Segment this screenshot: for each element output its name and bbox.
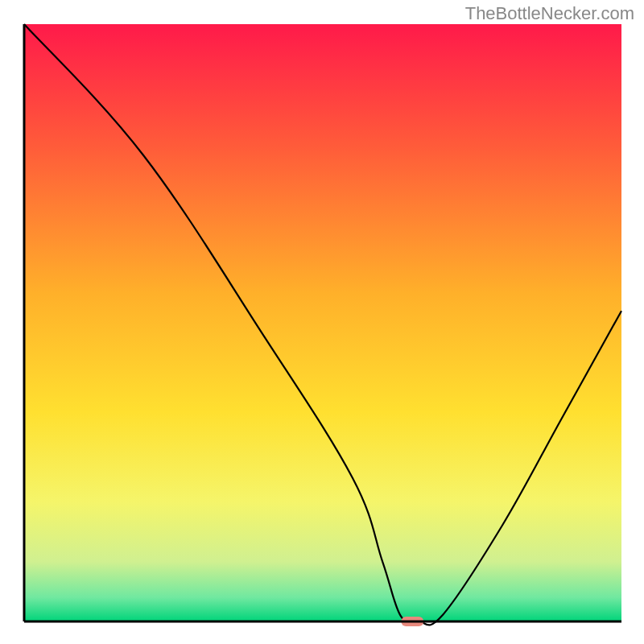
bottleneck-chart [0, 0, 644, 644]
plot-background [24, 24, 621, 621]
chart-container: TheBottleNecker.com [0, 0, 644, 644]
watermark-text: TheBottleNecker.com [465, 3, 634, 24]
